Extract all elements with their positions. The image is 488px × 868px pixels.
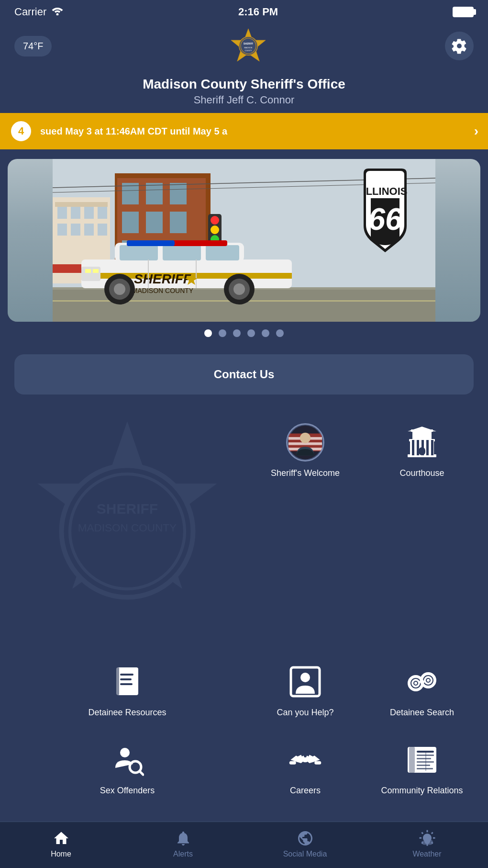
svg-rect-59 <box>127 240 175 246</box>
status-bar: Carrier 2:16 PM <box>0 0 488 22</box>
badge-watermark: SHERIFF MADISON COUNTY <box>8 412 247 651</box>
can-you-help-label: Can you Help? <box>277 708 333 718</box>
svg-rect-11 <box>71 207 80 219</box>
menu-item-courthouse[interactable]: Courthouse <box>364 412 480 651</box>
svg-rect-87 <box>419 447 425 455</box>
app-header: 74°F SHERIFF MADISON COUNTY <box>0 22 488 73</box>
menu-grid: SHERIFF MADISON COUNTY Sheriff's Welcome <box>0 402 488 868</box>
agency-name: Madison County Sheriff's Office <box>10 77 478 92</box>
svg-text:SHERIFF: SHERIFF <box>97 501 158 517</box>
nav-item-home[interactable]: Home <box>0 822 122 868</box>
svg-rect-23 <box>170 183 187 204</box>
svg-rect-106 <box>289 761 296 765</box>
book-icon-container <box>108 663 146 701</box>
svg-rect-9 <box>55 202 108 207</box>
person-frame-icon <box>288 665 322 699</box>
svg-rect-83 <box>417 440 419 455</box>
svg-text:COUNTY: COUNTY <box>245 50 253 52</box>
carousel-dots <box>8 322 480 342</box>
dot-3[interactable] <box>233 329 241 337</box>
svg-text:66: 66 <box>368 202 402 237</box>
svg-rect-116 <box>425 751 426 771</box>
nav-item-alerts[interactable]: Alerts <box>122 822 244 868</box>
svg-rect-12 <box>84 207 94 219</box>
svg-point-105 <box>302 757 309 763</box>
person-frame-icon-container <box>286 663 324 701</box>
svg-line-104 <box>140 771 143 775</box>
handshake-icon <box>288 743 322 777</box>
alert-arrow-icon: › <box>474 124 478 139</box>
svg-rect-15 <box>71 224 80 236</box>
svg-text:MADISON COUNTY: MADISON COUNTY <box>78 522 177 534</box>
battery-container <box>453 7 474 17</box>
gear-icon <box>451 38 467 54</box>
dot-1[interactable] <box>204 329 212 337</box>
sheriff-car-image: ILLINOIS 66 SHERIFF MADISON COUNTY <box>8 159 480 322</box>
dot-4[interactable] <box>247 329 255 337</box>
svg-rect-112 <box>417 758 431 759</box>
bottom-navigation: Home Alerts Social Media Weather <box>0 822 488 868</box>
svg-text:SHERIFF: SHERIFF <box>134 271 192 286</box>
menu-item-careers[interactable]: Careers <box>247 729 364 807</box>
svg-rect-44 <box>120 245 158 260</box>
social-media-nav-label: Social Media <box>283 850 327 858</box>
svg-point-94 <box>300 673 310 682</box>
svg-text:MADISON COUNTY: MADISON COUNTY <box>132 287 194 294</box>
svg-marker-64 <box>38 421 217 589</box>
dot-2[interactable] <box>219 329 226 337</box>
svg-marker-81 <box>408 427 436 431</box>
carrier-label: Carrier <box>14 6 46 18</box>
time-display: 2:16 PM <box>238 6 278 18</box>
person-search-icon-container <box>108 741 146 779</box>
agency-logo: SHERIFF MADISON COUNTY <box>229 27 267 65</box>
weather-icon <box>419 830 436 847</box>
settings-button[interactable] <box>445 32 474 60</box>
svg-rect-89 <box>115 667 119 695</box>
svg-rect-45 <box>163 245 201 260</box>
sheriffs-welcome-label: Sheriff's Welcome <box>271 468 340 478</box>
svg-rect-115 <box>417 768 433 769</box>
svg-point-102 <box>120 748 130 757</box>
svg-rect-24 <box>122 212 139 233</box>
menu-item-sex-offenders[interactable]: Sex Offenders <box>8 729 247 807</box>
menu-item-sheriffs-welcome[interactable]: Sheriff's Welcome <box>247 412 364 651</box>
svg-rect-86 <box>431 440 433 455</box>
contact-us-label: Contact Us <box>214 368 275 381</box>
svg-rect-63 <box>93 269 99 273</box>
alerts-nav-label: Alerts <box>173 850 193 858</box>
alert-banner[interactable]: 4 sued May 3 at 11:46AM CDT until May 5 … <box>0 113 488 149</box>
dot-5[interactable] <box>262 329 269 337</box>
home-nav-label: Home <box>51 850 71 858</box>
menu-item-community-relations[interactable]: Community Relations <box>364 729 480 807</box>
nav-item-weather[interactable]: Weather <box>366 822 488 868</box>
svg-point-101 <box>427 679 430 682</box>
weather-nav-label: Weather <box>412 850 441 858</box>
svg-rect-85 <box>426 440 429 455</box>
svg-point-2 <box>239 37 257 55</box>
svg-rect-88 <box>116 667 138 695</box>
svg-rect-22 <box>146 183 163 204</box>
menu-item-detainee-resources[interactable]: Detainee Resources <box>8 651 247 729</box>
menu-item-can-you-help[interactable]: Can you Help? <box>247 651 364 729</box>
courthouse-label: Courthouse <box>399 468 444 478</box>
svg-rect-82 <box>412 440 414 455</box>
svg-text:MADISON: MADISON <box>244 47 253 49</box>
dot-6[interactable] <box>276 329 284 337</box>
svg-rect-14 <box>57 224 67 236</box>
wifi-icon <box>51 6 64 18</box>
contact-us-button[interactable]: Contact Us <box>14 354 474 395</box>
title-area: Madison County Sheriff's Office Sheriff … <box>0 73 488 113</box>
nav-item-social-media[interactable]: Social Media <box>244 822 366 868</box>
sex-offenders-label: Sex Offenders <box>100 786 155 796</box>
newspaper-icon-container <box>403 741 441 779</box>
svg-point-57 <box>233 283 245 295</box>
svg-rect-109 <box>409 747 415 773</box>
menu-item-detainee-search[interactable]: Detainee Search <box>364 651 480 729</box>
svg-point-100 <box>414 682 417 685</box>
svg-rect-16 <box>84 224 94 236</box>
handshake-icon-container <box>286 741 324 779</box>
community-relations-label: Community Relations <box>381 786 463 796</box>
person-search-icon <box>111 743 144 777</box>
image-carousel[interactable]: ILLINOIS 66 SHERIFF MADISON COUNTY <box>0 149 488 347</box>
courthouse-icon <box>405 426 439 459</box>
